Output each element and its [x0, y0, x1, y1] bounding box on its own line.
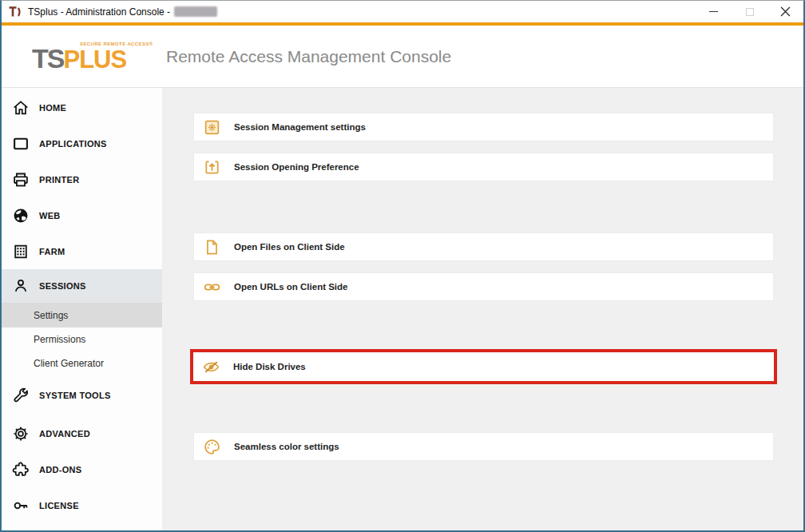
button-label: Session Management settings: [234, 122, 366, 132]
window-controls: [696, 1, 803, 22]
session-management-settings-button[interactable]: Session Management settings: [193, 113, 774, 141]
sidebar-item-sessions[interactable]: SESSIONS: [2, 269, 162, 303]
close-icon: [780, 6, 791, 17]
header: SECURE REMOTE ACCESS® TS PLUS Remote Acc…: [2, 26, 803, 88]
minimize-icon: [709, 11, 718, 12]
eye-off-icon: [202, 358, 220, 376]
sidebar-item-system-tools[interactable]: SYSTEM TOOLS: [2, 375, 162, 415]
printer-icon: [12, 171, 30, 189]
sidebar-subitem-settings[interactable]: Settings: [2, 303, 162, 328]
palette-icon: [203, 438, 221, 456]
key-icon: [12, 497, 30, 514]
sidebar-item-advanced[interactable]: ADVANCED: [2, 415, 162, 451]
sidebar-item-label: HOME: [39, 103, 66, 113]
highlight-annotation: Hide Disk Drives: [190, 349, 777, 384]
sidebar-item-label: SESSIONS: [39, 281, 86, 291]
sidebar-item-add-ons[interactable]: ADD-ONS: [2, 451, 162, 487]
sidebar-item-label: FARM: [39, 247, 65, 256]
sidebar-item-printer[interactable]: PRINTER: [2, 161, 162, 197]
content-panel: Session Management settings Session Open…: [162, 88, 803, 531]
subitem-label: Settings: [34, 310, 68, 321]
maximize-icon: [746, 8, 754, 16]
subitem-label: Permissions: [34, 334, 85, 345]
window-icon: [12, 135, 30, 153]
wrench-icon: [12, 387, 30, 404]
sidebar-item-label: SYSTEM TOOLS: [39, 391, 111, 400]
sidebar-subitem-client-generator[interactable]: Client Generator: [2, 351, 162, 375]
button-label: Open URLs on Client Side: [234, 282, 347, 292]
globe-icon: [12, 207, 30, 224]
gear-square-icon: [203, 118, 221, 137]
sidebar-item-label: APPLICATIONS: [39, 139, 107, 149]
building-icon: [12, 243, 30, 260]
logo-plus: PLUS: [63, 47, 126, 72]
open-files-client-side-button[interactable]: Open Files on Client Side: [193, 232, 774, 261]
subitem-label: Client Generator: [34, 358, 104, 369]
app-window: TSplus - Administration Console - SECURE…: [0, 0, 805, 532]
button-label: Session Opening Preference: [234, 162, 359, 172]
sidebar-item-applications[interactable]: APPLICATIONS: [2, 125, 162, 161]
tsplus-logo: SECURE REMOTE ACCESS® TS PLUS: [32, 39, 152, 74]
sidebar: HOME APPLICATIONS PRINTER: [2, 88, 162, 531]
sidebar-subitem-permissions[interactable]: Permissions: [2, 328, 162, 351]
gear-icon: [12, 425, 30, 443]
sidebar-item-label: ADD-ONS: [39, 465, 81, 474]
puzzle-icon: [12, 461, 30, 478]
titlebar: TSplus - Administration Console -: [2, 1, 803, 22]
minimize-button[interactable]: [696, 1, 732, 22]
home-icon: [12, 99, 30, 117]
sidebar-item-label: LICENSE: [39, 501, 79, 510]
person-icon: [12, 277, 30, 295]
button-label: Open Files on Client Side: [234, 242, 345, 252]
open-urls-client-side-button[interactable]: Open URLs on Client Side: [193, 272, 774, 301]
button-label: Hide Disk Drives: [233, 362, 306, 371]
logo-ts: TS: [32, 45, 63, 72]
seamless-color-settings-button[interactable]: Seamless color settings: [193, 432, 774, 461]
main-body: HOME APPLICATIONS PRINTER: [2, 88, 803, 531]
sidebar-item-label: WEB: [39, 211, 61, 220]
file-icon: [203, 238, 221, 256]
window-title: TSplus - Administration Console -: [28, 6, 170, 18]
maximize-button[interactable]: [732, 1, 767, 22]
tsplus-app-icon: [8, 6, 22, 18]
page-title: Remote Access Management Console: [166, 47, 451, 66]
sidebar-item-farm[interactable]: FARM: [2, 233, 162, 269]
link-icon: [203, 278, 221, 296]
session-opening-preference-button[interactable]: Session Opening Preference: [193, 153, 774, 181]
sidebar-item-license[interactable]: LICENSE: [2, 487, 162, 523]
button-label: Seamless color settings: [234, 442, 339, 451]
sidebar-item-home[interactable]: HOME: [2, 89, 162, 125]
close-button[interactable]: [767, 1, 803, 22]
sidebar-item-label: ADVANCED: [39, 429, 90, 439]
sidebar-item-web[interactable]: WEB: [2, 197, 162, 233]
redacted-server-name: [174, 6, 217, 17]
window-upload-icon: [203, 158, 221, 177]
sidebar-item-label: PRINTER: [39, 175, 79, 185]
hide-disk-drives-button[interactable]: Hide Disk Drives: [193, 352, 774, 381]
